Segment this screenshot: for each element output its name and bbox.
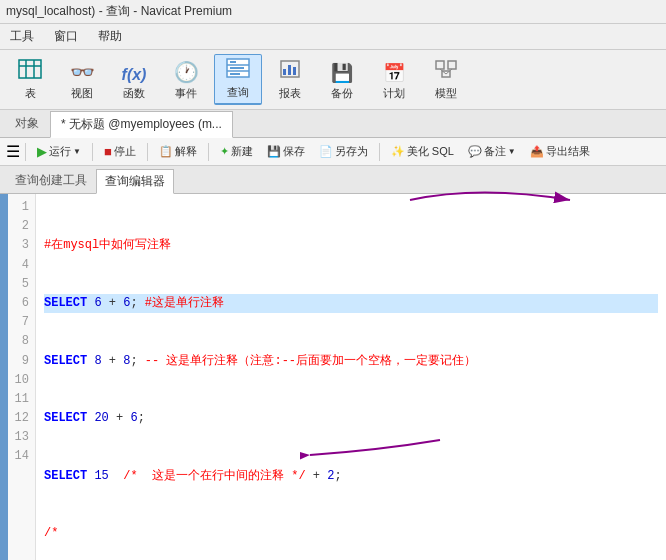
svg-rect-14 [436, 61, 444, 69]
tool-view-label: 视图 [71, 86, 93, 101]
beautify-label: 美化 SQL [407, 144, 454, 159]
tool-backup[interactable]: 💾 备份 [318, 58, 366, 105]
run-label: 运行 [49, 144, 71, 159]
export-button[interactable]: 📤 导出结果 [524, 141, 596, 162]
new-button[interactable]: ✦ 新建 [214, 141, 259, 162]
sep3 [147, 143, 148, 161]
main-layout: 1 2 3 4 5 6 7 8 9 10 11 12 13 14 #在mysql… [0, 194, 666, 560]
svg-rect-9 [230, 73, 240, 75]
tool-query-label: 查询 [227, 85, 249, 100]
run-button[interactable]: ▶ 运行 ▼ [31, 141, 87, 162]
plan-icon: 📅 [383, 62, 405, 84]
run-icon: ▶ [37, 144, 47, 159]
backup-icon: 💾 [331, 62, 353, 84]
tab-query-builder[interactable]: 查询创建工具 [6, 168, 96, 193]
svg-rect-12 [288, 65, 291, 75]
code-line-4: SELECT 20 + 6; [44, 409, 658, 428]
tab-objects[interactable]: 对象 [4, 110, 50, 137]
sep4 [208, 143, 209, 161]
beautify-icon: ✨ [391, 145, 405, 158]
view-icon: 👓 [70, 60, 95, 84]
sep2 [92, 143, 93, 161]
table-icon [18, 59, 42, 84]
code-line-6: /* [44, 524, 658, 543]
tool-view[interactable]: 👓 视图 [58, 56, 106, 105]
stop-button[interactable]: ■ 停止 [98, 141, 142, 162]
tab-query-editor[interactable]: * 无标题 @myemployees (m... [50, 111, 233, 138]
event-icon: 🕐 [174, 60, 199, 84]
tool-query[interactable]: 查询 [214, 54, 262, 105]
new-label: 新建 [231, 144, 253, 159]
tool-report[interactable]: 报表 [266, 55, 314, 105]
tool-report-label: 报表 [279, 86, 301, 101]
menu-help[interactable]: 帮助 [94, 26, 126, 47]
tool-func-label: 函数 [123, 86, 145, 101]
export-label: 导出结果 [546, 144, 590, 159]
saveas-icon: 📄 [319, 145, 333, 158]
model-icon [434, 59, 458, 84]
svg-rect-8 [230, 67, 244, 69]
explain-button[interactable]: 📋 解释 [153, 141, 203, 162]
sub-tabs: 查询创建工具 查询编辑器 [0, 166, 666, 194]
explain-label: 解释 [175, 144, 197, 159]
svg-rect-13 [293, 67, 296, 75]
tool-model-label: 模型 [435, 86, 457, 101]
toolbar: 表 👓 视图 f(x) 函数 🕐 事件 查询 [0, 50, 666, 110]
top-tabs: 对象 * 无标题 @myemployees (m... [0, 110, 666, 138]
tool-event[interactable]: 🕐 事件 [162, 56, 210, 105]
code-content[interactable]: #在mysql中如何写注释 SELECT 6 + 6; #这是单行注释 SELE… [36, 194, 666, 560]
code-line-3: SELECT 8 + 8; -- 这是单行注释（注意:--后面要加一个空格，一定… [44, 352, 658, 371]
tool-plan[interactable]: 📅 计划 [370, 58, 418, 105]
saveas-button[interactable]: 📄 另存为 [313, 141, 374, 162]
beautify-button[interactable]: ✨ 美化 SQL [385, 141, 460, 162]
run-dropdown[interactable]: ▼ [73, 147, 81, 156]
menu-tools[interactable]: 工具 [6, 26, 38, 47]
query-icon [226, 58, 250, 83]
tool-func[interactable]: f(x) 函数 [110, 62, 158, 105]
title-text: mysql_localhost) - 查询 - Navicat Premium [6, 4, 232, 18]
code-editor[interactable]: 1 2 3 4 5 6 7 8 9 10 11 12 13 14 #在mysql… [8, 194, 666, 560]
explain-icon: 📋 [159, 145, 173, 158]
tool-table-label: 表 [25, 86, 36, 101]
func-icon: f(x) [122, 66, 147, 84]
menu-icon[interactable]: ☰ [6, 142, 20, 161]
save-button[interactable]: 💾 保存 [261, 141, 311, 162]
code-line-2: SELECT 6 + 6; #这是单行注释 [44, 294, 658, 313]
comment-label: 备注 [484, 144, 506, 159]
new-icon: ✦ [220, 145, 229, 158]
action-bar: ☰ ▶ 运行 ▼ ■ 停止 📋 解释 ✦ 新建 💾 保存 📄 另存为 ✨ 美化 … [0, 138, 666, 166]
tool-event-label: 事件 [175, 86, 197, 101]
save-label: 保存 [283, 144, 305, 159]
tool-table[interactable]: 表 [6, 55, 54, 105]
saveas-label: 另存为 [335, 144, 368, 159]
left-indicator [0, 194, 8, 560]
sep1 [25, 143, 26, 161]
comment-button[interactable]: 💬 备注 ▼ [462, 141, 522, 162]
editor-area: 1 2 3 4 5 6 7 8 9 10 11 12 13 14 #在mysql… [0, 194, 666, 560]
svg-rect-15 [448, 61, 456, 69]
svg-rect-7 [230, 61, 236, 63]
code-line-1: #在mysql中如何写注释 [44, 236, 658, 255]
menu-bar: 工具 窗口 帮助 [0, 24, 666, 50]
line-numbers: 1 2 3 4 5 6 7 8 9 10 11 12 13 14 [8, 194, 36, 560]
tab-query-editor[interactable]: 查询编辑器 [96, 169, 174, 194]
stop-icon: ■ [104, 144, 112, 159]
comment-dropdown[interactable]: ▼ [508, 147, 516, 156]
comment-icon: 💬 [468, 145, 482, 158]
title-bar: mysql_localhost) - 查询 - Navicat Premium [0, 0, 666, 24]
save-icon: 💾 [267, 145, 281, 158]
stop-label: 停止 [114, 144, 136, 159]
svg-rect-0 [19, 60, 41, 78]
report-icon [278, 59, 302, 84]
svg-rect-11 [283, 69, 286, 75]
sep5 [379, 143, 380, 161]
menu-window[interactable]: 窗口 [50, 26, 82, 47]
tool-backup-label: 备份 [331, 86, 353, 101]
tool-plan-label: 计划 [383, 86, 405, 101]
tool-model[interactable]: 模型 [422, 55, 470, 105]
export-icon: 📤 [530, 145, 544, 158]
code-line-5: SELECT 15 /* 这是一个在行中间的注释 */ + 2; [44, 467, 658, 486]
